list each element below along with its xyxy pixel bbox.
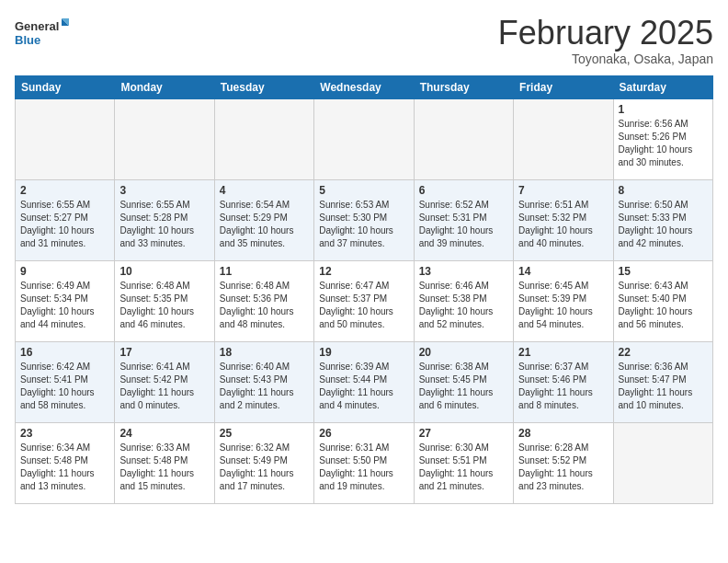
logo: General Blue [15,15,70,52]
day-cell: 17Sunrise: 6:41 AMSunset: 5:42 PMDayligh… [115,341,214,422]
day-number: 9 [20,265,109,278]
day-cell [314,98,414,179]
day-number: 3 [119,184,209,197]
day-number: 19 [319,346,408,359]
day-cell: 3Sunrise: 6:55 AMSunset: 5:28 PMDaylight… [115,179,214,260]
weekday-thursday: Thursday [414,75,513,98]
day-cell: 13Sunrise: 6:46 AMSunset: 5:38 PMDayligh… [414,260,513,341]
day-cell: 16Sunrise: 6:42 AMSunset: 5:41 PMDayligh… [16,341,115,422]
day-info: Sunrise: 6:54 AMSunset: 5:29 PMDaylight:… [220,199,309,250]
day-number: 7 [518,184,608,197]
day-info: Sunrise: 6:43 AMSunset: 5:40 PMDaylight:… [619,280,708,331]
day-cell: 6Sunrise: 6:52 AMSunset: 5:31 PMDaylight… [414,179,513,260]
day-info: Sunrise: 6:33 AMSunset: 5:48 PMDaylight:… [119,442,209,493]
day-info: Sunrise: 6:30 AMSunset: 5:51 PMDaylight:… [419,442,508,493]
weekday-header-row: SundayMondayTuesdayWednesdayThursdayFrid… [16,75,713,98]
day-info: Sunrise: 6:47 AMSunset: 5:37 PMDaylight:… [319,280,408,331]
day-number: 25 [220,427,309,440]
day-info: Sunrise: 6:56 AMSunset: 5:26 PMDaylight:… [619,118,708,169]
week-row-5: 23Sunrise: 6:34 AMSunset: 5:48 PMDayligh… [16,422,713,503]
day-cell: 11Sunrise: 6:48 AMSunset: 5:36 PMDayligh… [214,260,313,341]
week-row-1: 1Sunrise: 6:56 AMSunset: 5:26 PMDaylight… [16,98,713,179]
location: Toyonaka, Osaka, Japan [498,52,713,66]
week-row-2: 2Sunrise: 6:55 AMSunset: 5:27 PMDaylight… [16,179,713,260]
day-cell: 10Sunrise: 6:48 AMSunset: 5:35 PMDayligh… [115,260,214,341]
day-info: Sunrise: 6:37 AMSunset: 5:46 PMDaylight:… [518,361,608,412]
day-number: 26 [319,427,408,440]
day-info: Sunrise: 6:41 AMSunset: 5:42 PMDaylight:… [119,361,209,412]
month-title: February 2025 [498,15,713,52]
day-cell: 18Sunrise: 6:40 AMSunset: 5:43 PMDayligh… [214,341,313,422]
day-info: Sunrise: 6:48 AMSunset: 5:36 PMDaylight:… [220,280,309,331]
day-cell: 24Sunrise: 6:33 AMSunset: 5:48 PMDayligh… [115,422,214,503]
day-info: Sunrise: 6:50 AMSunset: 5:33 PMDaylight:… [619,199,708,250]
day-cell: 4Sunrise: 6:54 AMSunset: 5:29 PMDaylight… [214,179,313,260]
day-cell: 23Sunrise: 6:34 AMSunset: 5:48 PMDayligh… [16,422,115,503]
day-number: 11 [220,265,309,278]
weekday-sunday: Sunday [16,75,115,98]
day-number: 28 [518,427,608,440]
day-number: 24 [119,427,209,440]
day-cell [115,98,214,179]
day-number: 22 [619,346,708,359]
day-number: 13 [419,265,508,278]
day-cell: 19Sunrise: 6:39 AMSunset: 5:44 PMDayligh… [314,341,414,422]
weekday-friday: Friday [514,75,613,98]
day-cell: 5Sunrise: 6:53 AMSunset: 5:30 PMDaylight… [314,179,414,260]
logo-svg: General Blue [15,15,70,52]
day-cell: 22Sunrise: 6:36 AMSunset: 5:47 PMDayligh… [613,341,712,422]
weekday-tuesday: Tuesday [214,75,313,98]
day-cell: 8Sunrise: 6:50 AMSunset: 5:33 PMDaylight… [613,179,712,260]
day-number: 20 [419,346,508,359]
day-info: Sunrise: 6:32 AMSunset: 5:49 PMDaylight:… [220,442,309,493]
svg-text:Blue: Blue [15,33,40,47]
day-info: Sunrise: 6:55 AMSunset: 5:27 PMDaylight:… [20,199,109,250]
day-info: Sunrise: 6:36 AMSunset: 5:47 PMDaylight:… [619,361,708,412]
day-number: 16 [20,346,109,359]
day-info: Sunrise: 6:48 AMSunset: 5:35 PMDaylight:… [119,280,209,331]
day-info: Sunrise: 6:55 AMSunset: 5:28 PMDaylight:… [119,199,209,250]
day-number: 1 [619,103,708,116]
day-number: 8 [619,184,708,197]
day-cell [514,98,613,179]
day-number: 10 [119,265,209,278]
day-number: 14 [518,265,608,278]
day-number: 12 [319,265,408,278]
day-info: Sunrise: 6:51 AMSunset: 5:32 PMDaylight:… [518,199,608,250]
day-number: 15 [619,265,708,278]
day-cell: 15Sunrise: 6:43 AMSunset: 5:40 PMDayligh… [613,260,712,341]
title-area: February 2025 Toyonaka, Osaka, Japan [498,15,713,66]
day-cell: 12Sunrise: 6:47 AMSunset: 5:37 PMDayligh… [314,260,414,341]
weekday-saturday: Saturday [613,75,712,98]
day-cell: 26Sunrise: 6:31 AMSunset: 5:50 PMDayligh… [314,422,414,503]
day-cell: 21Sunrise: 6:37 AMSunset: 5:46 PMDayligh… [514,341,613,422]
day-info: Sunrise: 6:49 AMSunset: 5:34 PMDaylight:… [20,280,109,331]
day-number: 27 [419,427,508,440]
weekday-monday: Monday [115,75,214,98]
day-info: Sunrise: 6:31 AMSunset: 5:50 PMDaylight:… [319,442,408,493]
day-number: 21 [518,346,608,359]
day-info: Sunrise: 6:34 AMSunset: 5:48 PMDaylight:… [20,442,109,493]
day-number: 6 [419,184,508,197]
day-info: Sunrise: 6:42 AMSunset: 5:41 PMDaylight:… [20,361,109,412]
day-cell: 7Sunrise: 6:51 AMSunset: 5:32 PMDaylight… [514,179,613,260]
day-cell: 14Sunrise: 6:45 AMSunset: 5:39 PMDayligh… [514,260,613,341]
day-cell: 20Sunrise: 6:38 AMSunset: 5:45 PMDayligh… [414,341,513,422]
day-info: Sunrise: 6:38 AMSunset: 5:45 PMDaylight:… [419,361,508,412]
day-cell: 9Sunrise: 6:49 AMSunset: 5:34 PMDaylight… [16,260,115,341]
day-cell: 2Sunrise: 6:55 AMSunset: 5:27 PMDaylight… [16,179,115,260]
day-cell [613,422,712,503]
day-cell: 1Sunrise: 6:56 AMSunset: 5:26 PMDaylight… [613,98,712,179]
day-number: 18 [220,346,309,359]
day-cell: 27Sunrise: 6:30 AMSunset: 5:51 PMDayligh… [414,422,513,503]
calendar-table: SundayMondayTuesdayWednesdayThursdayFrid… [15,75,713,504]
day-cell [214,98,313,179]
day-number: 23 [20,427,109,440]
day-number: 4 [220,184,309,197]
day-number: 5 [319,184,408,197]
svg-text:General: General [15,19,59,33]
week-row-3: 9Sunrise: 6:49 AMSunset: 5:34 PMDaylight… [16,260,713,341]
weekday-wednesday: Wednesday [314,75,414,98]
day-number: 17 [119,346,209,359]
day-cell: 25Sunrise: 6:32 AMSunset: 5:49 PMDayligh… [214,422,313,503]
